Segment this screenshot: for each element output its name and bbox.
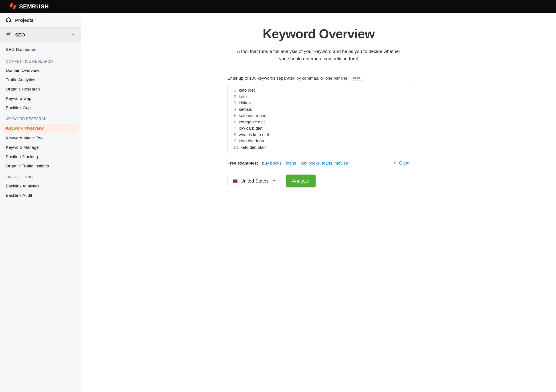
- sidebar-item-domain-overview[interactable]: Domain Overview: [0, 66, 81, 75]
- keyword-line-number: 10.: [232, 144, 239, 151]
- keyword-input-label: Enter up to 100 keywords separated by co…: [228, 76, 348, 81]
- keyword-line-text: kinkos: [239, 100, 251, 106]
- main-content: Keyword Overview A tool that runs a full…: [81, 13, 556, 392]
- example-link[interactable]: buy books: [262, 161, 282, 166]
- keyword-line: 6.ketogenic diet: [232, 119, 406, 125]
- country-select[interactable]: United States: [228, 175, 281, 187]
- keyword-line: 1.keto diet: [232, 87, 406, 94]
- keyword-line: 4.ketosis: [232, 106, 406, 113]
- sidebar-item-keyword-gap[interactable]: Keyword Gap: [0, 94, 81, 103]
- keyword-line-text: ketogenic diet: [239, 119, 265, 125]
- keyword-line-text: keto diet: [239, 87, 255, 94]
- keyword-line: 9.keto diet foos: [232, 138, 406, 144]
- keyword-line-text: keto: [239, 94, 247, 100]
- chevron-down-icon: [71, 32, 75, 38]
- sidebar-item-keyword-magic-tool[interactable]: Keyword Magic Tool: [0, 133, 81, 143]
- page-title: Keyword Overview: [228, 26, 410, 41]
- svg-point-1: [12, 5, 13, 7]
- keyword-line-number: 9.: [232, 138, 238, 144]
- clear-label: Clear: [399, 161, 410, 166]
- example-link[interactable]: buy books, loans, movies: [301, 161, 348, 166]
- sidebar-seo-label: SEO: [15, 32, 25, 38]
- sidebar-item-organic-traffic-insights[interactable]: Organic Traffic Insights: [0, 161, 81, 171]
- sidebar-projects-label: Projects: [15, 18, 34, 23]
- keyword-line-text: keto diet foos: [239, 138, 264, 144]
- keyword-line-number: 2.: [232, 94, 238, 100]
- sidebar-group-label: KEYWORD RESEARCH: [0, 113, 81, 123]
- sidebar-item-traffic-analytics[interactable]: Traffic Analytics: [0, 75, 81, 85]
- top-header: SEMRUSH: [0, 0, 556, 13]
- clear-button[interactable]: Clear: [393, 161, 410, 166]
- keyword-line-number: 6.: [232, 119, 238, 125]
- keyword-line-number: 8.: [232, 132, 238, 138]
- keyword-line: 7.low carb diet: [232, 125, 406, 132]
- country-label: United States: [241, 178, 269, 184]
- keyword-line: 5.keto diet menu: [232, 113, 406, 119]
- sidebar-item-organic-research[interactable]: Organic Research: [0, 85, 81, 94]
- sidebar-item-position-tracking[interactable]: Position Tracking: [0, 152, 81, 161]
- keyword-line: 10.keto diet plan: [232, 144, 406, 151]
- close-icon: [393, 161, 397, 166]
- keyword-line-number: 4.: [232, 106, 238, 113]
- keyword-line-text: keto diet menu: [239, 113, 267, 119]
- sidebar-item-keyword-overview[interactable]: Keyword Overview: [2, 124, 79, 133]
- sidebar-item-seo-dashboard[interactable]: SEO Dashboard: [0, 42, 81, 55]
- sidebar-item-backlink-gap[interactable]: Backlink Gap: [0, 103, 81, 113]
- keyword-line-number: 3.: [232, 100, 238, 106]
- keyword-line-number: 7.: [232, 125, 238, 132]
- sidebar-item-projects[interactable]: Projects: [0, 13, 81, 27]
- sidebar-section-seo[interactable]: SEO: [0, 27, 81, 42]
- keyword-input[interactable]: 1.keto diet2.keto3.kinkos4.ketosis5.keto…: [228, 84, 410, 154]
- keyword-line-text: low carb diet: [239, 125, 263, 132]
- keyword-line-text: keto diet plan: [241, 144, 266, 151]
- sidebar-group-label: LINK BUILDING: [0, 171, 81, 181]
- keyword-line-text: ketosis: [239, 106, 252, 113]
- chevron-down-icon: [272, 178, 276, 184]
- keyword-line-number: 5.: [232, 113, 238, 119]
- sidebar-item-backlink-analytics[interactable]: Backlink Analytics: [0, 181, 81, 191]
- keyword-line: 2.keto: [232, 94, 406, 100]
- sidebar: Projects SEO SEO Dashboard: [0, 13, 81, 392]
- keyword-line-number: 1.: [232, 87, 238, 94]
- target-icon: [6, 31, 11, 38]
- keyword-line-text: what is keto diet: [239, 132, 269, 138]
- home-icon: [6, 17, 11, 23]
- analyze-button[interactable]: Analyze: [286, 175, 316, 187]
- brand-name: SEMRUSH: [19, 3, 49, 10]
- examples-label: Free examples:: [228, 161, 258, 166]
- example-link[interactable]: loans: [286, 161, 296, 166]
- svg-point-3: [8, 34, 8, 35]
- keyword-line: 8.what is keto diet: [232, 132, 406, 138]
- sidebar-item-backlink-audit[interactable]: Backlink Audit: [0, 191, 81, 200]
- sidebar-group-label: COMPETITIVE RESEARCH: [0, 55, 81, 66]
- flame-icon: [9, 2, 16, 11]
- keyword-count-badge: 10/100: [350, 76, 364, 81]
- keyword-line: 3.kinkos: [232, 100, 406, 106]
- page-description: A tool that runs a full analysis of your…: [234, 48, 403, 62]
- sidebar-item-keyword-manager[interactable]: Keyword Manager: [0, 143, 81, 152]
- us-flag-icon: [233, 179, 238, 183]
- brand-logo[interactable]: SEMRUSH: [9, 2, 49, 11]
